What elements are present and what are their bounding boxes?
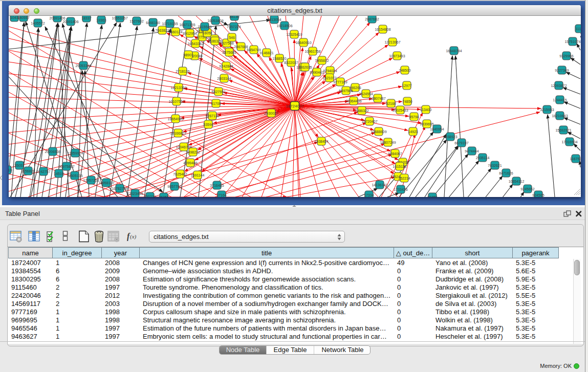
svg-text:19218506: 19218506: [276, 24, 292, 28]
svg-text:1691144: 1691144: [191, 173, 205, 177]
svg-text:8427552: 8427552: [211, 90, 225, 94]
svg-text:12213967: 12213967: [384, 40, 400, 44]
svg-text:7515546: 7515546: [198, 25, 211, 29]
svg-text:9777169: 9777169: [333, 80, 347, 84]
svg-text:9474444: 9474444: [465, 149, 478, 153]
svg-text:9227349: 9227349: [555, 69, 569, 72]
svg-text:2687682: 2687682: [365, 17, 379, 21]
svg-text:39119: 39119: [9, 168, 12, 172]
svg-text:9084067: 9084067: [388, 152, 402, 156]
svg-text:8322037: 8322037: [284, 61, 298, 64]
svg-text:2718126: 2718126: [176, 70, 189, 73]
svg-text:12093872: 12093872: [551, 84, 567, 87]
svg-text:2867608: 2867608: [234, 45, 248, 49]
svg-text:1244415: 1244415: [553, 98, 567, 102]
svg-text:7625402: 7625402: [173, 172, 187, 176]
svg-text:14519: 14519: [54, 172, 64, 176]
svg-text:14923: 14923: [408, 130, 418, 134]
svg-text:8938923: 8938923: [443, 135, 457, 139]
svg-text:16210643: 16210643: [552, 114, 568, 118]
svg-text:7955812: 7955812: [315, 59, 329, 62]
svg-text:7663822: 7663822: [155, 29, 169, 32]
svg-text:17957253: 17957253: [83, 179, 99, 182]
svg-text:120234: 120234: [144, 195, 156, 198]
svg-text:96358: 96358: [159, 195, 169, 198]
svg-text:9245652: 9245652: [520, 187, 534, 191]
svg-text:12977: 12977: [402, 84, 412, 87]
svg-text:9242848: 9242848: [219, 64, 233, 68]
svg-text:20206536: 20206536: [45, 150, 60, 154]
svg-text:12023446: 12023446: [127, 192, 143, 195]
svg-text:9329966: 9329966: [559, 54, 573, 58]
svg-text:748500: 748500: [399, 69, 410, 72]
svg-text:10719155: 10719155: [162, 22, 178, 26]
svg-text:18724007: 18724007: [286, 104, 304, 108]
svg-text:12213369: 12213369: [170, 86, 186, 90]
svg-text:37164: 37164: [216, 193, 227, 197]
svg-text:17016504: 17016504: [561, 140, 577, 144]
svg-text:35051: 35051: [14, 164, 25, 167]
svg-text:19166822: 19166822: [170, 132, 186, 135]
svg-text:1156829: 1156829: [21, 169, 35, 173]
svg-text:16671355: 16671355: [179, 23, 195, 27]
svg-text:20691406: 20691406: [62, 20, 78, 24]
svg-text:16640910: 16640910: [295, 41, 311, 45]
svg-text:9839695: 9839695: [420, 122, 433, 126]
svg-text:2930027: 2930027: [264, 112, 278, 115]
svg-text:62160: 62160: [386, 102, 396, 105]
svg-text:1938454: 1938454: [314, 140, 328, 143]
svg-text:19363: 19363: [96, 18, 106, 22]
svg-text:1527602: 1527602: [129, 19, 143, 23]
svg-text:1733426: 1733426: [394, 188, 407, 191]
svg-text:16058: 16058: [202, 31, 212, 35]
svg-text:1112: 1112: [576, 27, 581, 31]
svg-text:95794: 95794: [409, 115, 419, 119]
svg-text:10973493: 10973493: [389, 54, 405, 58]
svg-text:2803144: 2803144: [217, 77, 231, 80]
svg-text:7386322: 7386322: [355, 109, 368, 113]
svg-text:10688609: 10688609: [371, 130, 386, 134]
svg-text:4099489: 4099489: [183, 161, 197, 165]
svg-text:113400: 113400: [420, 108, 432, 112]
svg-text:16782759: 16782759: [112, 187, 127, 190]
svg-text:14136141: 14136141: [372, 183, 387, 187]
svg-text:1405572: 1405572: [31, 21, 45, 25]
svg-text:30975887: 30975887: [58, 165, 74, 168]
svg-text:1615132: 1615132: [393, 165, 406, 168]
svg-text:3716485: 3716485: [210, 184, 224, 187]
svg-text:10107552: 10107552: [168, 100, 184, 103]
svg-text:3267130: 3267130: [205, 114, 219, 118]
svg-text:88130: 88130: [229, 16, 239, 18]
svg-text:15720407: 15720407: [361, 120, 377, 123]
svg-text:1362615: 1362615: [298, 65, 312, 69]
svg-text:12325419: 12325419: [286, 33, 302, 36]
svg-text:1640954: 1640954: [430, 127, 444, 131]
svg-text:98901: 98901: [183, 53, 193, 57]
svg-text:15692971: 15692971: [555, 128, 571, 132]
svg-text:2242757: 2242757: [36, 170, 50, 173]
svg-text:1621072: 1621072: [322, 76, 336, 80]
svg-text:9146821: 9146821: [259, 51, 273, 55]
svg-text:10046788: 10046788: [176, 145, 191, 149]
svg-text:18337: 18337: [81, 16, 92, 20]
svg-text:20691406: 20691406: [49, 16, 65, 20]
svg-text:8454749: 8454749: [247, 48, 260, 52]
svg-text:16648784: 16648784: [446, 49, 462, 53]
svg-text:3215953: 3215953: [540, 108, 554, 112]
svg-text:3498222: 3498222: [186, 150, 200, 154]
svg-text:92456: 92456: [427, 195, 438, 198]
svg-text:6679197: 6679197: [454, 141, 468, 145]
svg-text:17359924: 17359924: [67, 151, 83, 155]
svg-text:9857791: 9857791: [167, 185, 181, 188]
svg-text:140557: 140557: [17, 16, 29, 19]
svg-text:18807249: 18807249: [380, 141, 396, 144]
svg-text:924565: 924565: [532, 193, 544, 197]
svg-text:16543382: 16543382: [187, 42, 203, 46]
svg-text:6466160: 6466160: [146, 21, 160, 25]
svg-text:8990443: 8990443: [310, 71, 323, 74]
svg-text:17334: 17334: [364, 193, 374, 197]
svg-text:10961758: 10961758: [304, 50, 320, 53]
svg-text:3875685: 3875685: [222, 51, 236, 54]
svg-text:3624554: 3624554: [359, 92, 373, 96]
svg-text:20364436: 20364436: [345, 99, 361, 103]
